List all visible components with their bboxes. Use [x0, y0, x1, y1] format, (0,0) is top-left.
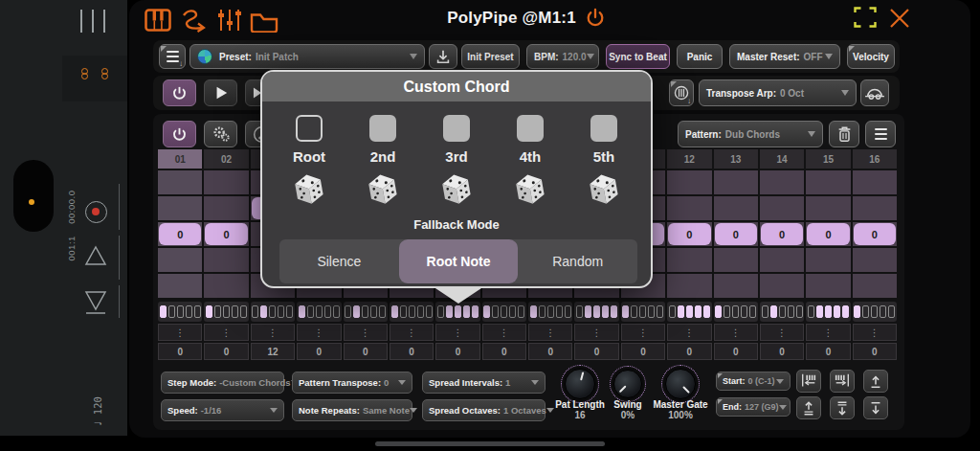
grid-cell[interactable] [667, 248, 711, 272]
column-transpose-value[interactable]: 0 [297, 343, 341, 360]
transpose-arp-dropdown[interactable]: Transpose Arp:0 Oct [699, 79, 857, 106]
spread-octaves-dropdown[interactable]: Spread Octaves:1 Octaves [422, 399, 546, 421]
column-options-button[interactable]: ⋮ [667, 324, 711, 341]
dice-icon[interactable] [292, 172, 326, 207]
substep-indicator[interactable] [667, 302, 711, 322]
grid-cell[interactable]: 0 [806, 222, 850, 246]
pattern-menu-button[interactable] [865, 121, 896, 147]
dice-icon[interactable] [513, 172, 547, 207]
substep-indicator[interactable] [251, 302, 295, 322]
column-options-button[interactable]: ⋮ [760, 324, 804, 341]
sync-to-beat-button[interactable]: Sync to Beat [606, 44, 670, 69]
return-to-start-button[interactable] [84, 290, 107, 315]
grid-cell[interactable] [714, 248, 758, 272]
grid-cell[interactable] [714, 274, 758, 298]
swing-knob[interactable] [613, 370, 642, 398]
note-pill[interactable]: 0 [205, 223, 247, 245]
save-preset-button[interactable] [429, 44, 457, 69]
column-options-button[interactable]: ⋮ [297, 324, 341, 341]
note-pill[interactable]: 0 [159, 223, 201, 245]
substep-indicator[interactable] [158, 302, 202, 322]
5th-checkbox[interactable] [590, 115, 617, 142]
grid-cell[interactable] [760, 196, 804, 220]
master-gate-knob[interactable] [665, 369, 696, 399]
step-column-header[interactable]: 14 [760, 149, 804, 169]
plugin-power-icon[interactable] [585, 8, 606, 29]
note-pill[interactable]: 0 [715, 223, 757, 245]
grid-cell[interactable] [714, 196, 758, 220]
grid-cell[interactable] [760, 248, 804, 272]
column-options-button[interactable]: ⋮ [806, 324, 850, 341]
note-pill[interactable]: 0 [854, 223, 896, 245]
substep-indicator[interactable] [574, 302, 618, 322]
note-repeats-dropdown[interactable]: Note Repeats:Same Note [292, 399, 412, 421]
column-options-button[interactable]: ⋮ [390, 324, 434, 341]
silence-segment[interactable]: Silence [279, 239, 399, 283]
2nd-checkbox[interactable] [369, 115, 396, 142]
spread-intervals-dropdown[interactable]: Spread Intervals:1 [422, 372, 546, 394]
grid-cell[interactable]: 0 [760, 222, 804, 246]
pattern-transpose-dropdown[interactable]: Pattern Transpose:0 [292, 372, 412, 394]
init-preset-button[interactable]: Init Preset [461, 44, 520, 69]
grid-cell[interactable] [760, 274, 804, 298]
grid-cell[interactable] [806, 248, 850, 272]
grid-cell[interactable] [714, 170, 758, 194]
grid-cell[interactable] [158, 196, 202, 220]
column-options-button[interactable]: ⋮ [528, 324, 572, 341]
column-transpose-value[interactable]: 0 [528, 343, 572, 360]
fullscreen-icon[interactable] [854, 7, 877, 28]
substep-indicator[interactable] [482, 302, 526, 322]
step-column-header[interactable]: 15 [806, 149, 850, 169]
column-options-button[interactable]: ⋮ [853, 324, 897, 341]
column-transpose-value[interactable]: 0 [158, 343, 202, 360]
substep-indicator[interactable] [204, 302, 248, 322]
column-transpose-value[interactable]: 0 [714, 343, 758, 360]
transpose-down-button[interactable] [830, 396, 855, 419]
column-transpose-value[interactable]: 0 [435, 343, 479, 360]
pat-length-knob[interactable] [565, 369, 595, 399]
grid-cell[interactable] [204, 248, 248, 272]
step-column-header[interactable]: 01 [158, 149, 202, 169]
play-button[interactable] [204, 79, 237, 106]
grid-cell[interactable] [806, 196, 850, 220]
menu-button[interactable]: ↓ [159, 44, 186, 69]
note-pill[interactable]: 0 [807, 223, 849, 245]
column-transpose-value[interactable]: 0 [621, 343, 665, 360]
dice-icon[interactable] [587, 172, 621, 207]
column-options-button[interactable]: ⋮ [251, 324, 295, 341]
note-pill[interactable]: 0 [668, 223, 710, 245]
column-transpose-value[interactable]: 12 [251, 343, 295, 360]
step-column-header[interactable]: 12 [667, 149, 711, 169]
substep-indicator[interactable] [621, 302, 665, 322]
column-options-button[interactable]: ⋮ [204, 324, 248, 341]
column-options-button[interactable]: ⋮ [714, 324, 758, 341]
grid-cell[interactable] [667, 170, 711, 194]
column-transpose-value[interactable]: 0 [574, 343, 618, 360]
pattern-dropdown[interactable]: Pattern:Dub Chords [678, 121, 823, 147]
grid-cell[interactable] [853, 274, 897, 298]
substep-indicator[interactable] [528, 302, 572, 322]
note-pill[interactable]: 0 [761, 223, 803, 245]
substep-indicator[interactable] [714, 302, 758, 322]
dice-icon[interactable] [366, 172, 400, 207]
random-segment[interactable]: Random [518, 239, 637, 283]
root-checkbox[interactable] [296, 115, 323, 142]
grid-cell[interactable] [667, 196, 711, 220]
octave-down-button[interactable] [863, 396, 888, 419]
column-transpose-value[interactable]: 0 [390, 343, 434, 360]
substep-indicator[interactable] [344, 302, 388, 322]
grid-cell[interactable] [204, 196, 248, 220]
master-reset-dropdown[interactable]: Master Reset:OFF [729, 44, 840, 69]
column-transpose-value[interactable]: 0 [344, 343, 388, 360]
grid-cell[interactable] [806, 274, 850, 298]
step-column-header[interactable]: 13 [714, 149, 758, 169]
column-options-button[interactable]: ⋮ [621, 324, 665, 341]
dice-icon[interactable] [439, 172, 474, 207]
home-indicator[interactable] [375, 441, 605, 446]
play-button[interactable] [84, 245, 107, 266]
end-note-dropdown[interactable]: End:127 (G9) [716, 397, 791, 417]
column-transpose-value[interactable]: 0 [204, 343, 248, 360]
close-icon[interactable] [888, 8, 911, 29]
start-note-dropdown[interactable]: Start:0 (C-1) [716, 372, 791, 391]
substep-indicator[interactable] [435, 302, 479, 322]
